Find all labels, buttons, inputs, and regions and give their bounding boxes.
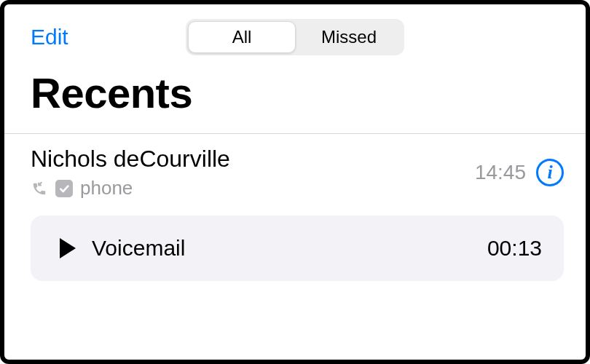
incoming-call-icon xyxy=(31,180,48,197)
verified-icon xyxy=(55,180,73,197)
page-title: Recents xyxy=(4,55,586,133)
play-icon[interactable] xyxy=(60,238,76,258)
call-meta: phone xyxy=(31,177,230,199)
info-icon: i xyxy=(547,163,552,182)
call-timestamp: 14:45 xyxy=(475,161,526,184)
voicemail-label: Voicemail xyxy=(92,236,185,261)
segment-missed[interactable]: Missed xyxy=(296,21,402,53)
segmented-control: All Missed xyxy=(186,19,404,55)
segment-all[interactable]: All xyxy=(188,21,296,53)
info-button[interactable]: i xyxy=(536,159,564,186)
voicemail-duration: 00:13 xyxy=(487,236,542,261)
voicemail-card[interactable]: Voicemail 00:13 xyxy=(31,215,564,281)
header-row: Edit All Missed xyxy=(4,4,586,55)
call-entry[interactable]: Nichols deCourville phone 14:45 xyxy=(4,134,586,199)
contact-name: Nichols deCourville xyxy=(31,146,230,173)
edit-button[interactable]: Edit xyxy=(31,25,68,50)
call-type-label: phone xyxy=(80,177,133,199)
